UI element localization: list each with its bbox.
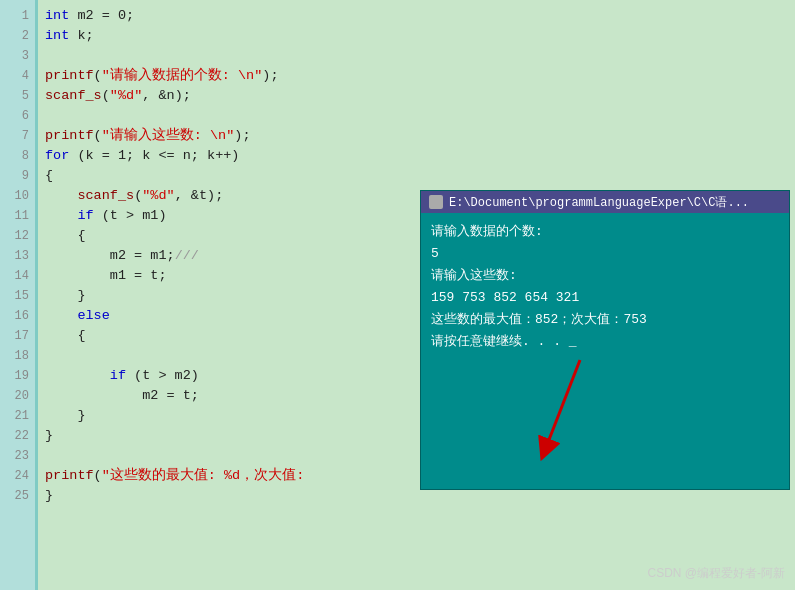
code-token: else [77, 306, 109, 326]
line-number: 21 [0, 406, 35, 426]
line-number: 7 [0, 126, 35, 146]
line-number: 14 [0, 266, 35, 286]
svg-line-1 [545, 360, 580, 450]
terminal-line: 5 [431, 243, 779, 265]
code-token: scanf_s [77, 186, 134, 206]
code-token: } [45, 426, 53, 446]
line-number: 22 [0, 426, 35, 446]
code-token: (k = 1; k <= n; k++) [69, 146, 239, 166]
line-number: 2 [0, 26, 35, 46]
line-number: 11 [0, 206, 35, 226]
code-line [45, 106, 785, 126]
code-token: int [45, 26, 69, 46]
code-line: for (k = 1; k <= n; k++) [45, 146, 785, 166]
code-token: m2 = m1; [45, 246, 175, 266]
terminal-line: 请输入数据的个数: [431, 221, 779, 243]
line-number: 13 [0, 246, 35, 266]
line-number: 1 [0, 6, 35, 26]
code-token: /// [175, 246, 199, 266]
line-number: 19 [0, 366, 35, 386]
code-token: ( [134, 186, 142, 206]
line-number: 6 [0, 106, 35, 126]
code-token: (t > m1) [94, 206, 167, 226]
code-token: "请输入数据的个数: \n" [102, 66, 263, 86]
code-token: ); [262, 66, 278, 86]
arrow-annotation [520, 350, 600, 480]
terminal-window: E:\Document\programmLanguageExper\C\C语..… [420, 190, 790, 490]
code-token: if [110, 366, 126, 386]
code-token: { [45, 166, 53, 186]
code-token: k; [69, 26, 93, 46]
code-token: if [77, 206, 93, 226]
code-token: scanf_s [45, 86, 102, 106]
watermark: CSDN @编程爱好者-阿新 [647, 565, 785, 582]
line-number: 8 [0, 146, 35, 166]
code-line [45, 46, 785, 66]
terminal-icon [429, 195, 443, 209]
line-number: 10 [0, 186, 35, 206]
line-number: 23 [0, 446, 35, 466]
code-token: ( [102, 86, 110, 106]
terminal-line: 这些数的最大值：852；次大值：753 [431, 309, 779, 331]
code-token [45, 206, 77, 226]
code-token [45, 186, 77, 206]
code-line: { [45, 166, 785, 186]
code-token: { [45, 226, 86, 246]
code-token [45, 306, 77, 326]
terminal-line: 请输入这些数: [431, 265, 779, 287]
code-token: ( [94, 66, 102, 86]
code-token: printf [45, 466, 94, 486]
line-number: 12 [0, 226, 35, 246]
code-token: "%d" [110, 86, 142, 106]
code-token: } [45, 486, 53, 506]
code-line: printf("请输入这些数: \n"); [45, 126, 785, 146]
line-number: 20 [0, 386, 35, 406]
code-token: } [45, 406, 86, 426]
code-line: int m2 = 0; [45, 6, 785, 26]
code-token: "请输入这些数: \n" [102, 126, 235, 146]
code-token: m2 = t; [45, 386, 199, 406]
line-number: 15 [0, 286, 35, 306]
code-token: , &t); [175, 186, 224, 206]
line-number: 3 [0, 46, 35, 66]
code-token: printf [45, 126, 94, 146]
code-token: ( [94, 126, 102, 146]
line-number: 5 [0, 86, 35, 106]
code-line: printf("请输入数据的个数: \n"); [45, 66, 785, 86]
line-number: 9 [0, 166, 35, 186]
code-token: printf [45, 66, 94, 86]
code-token: ( [94, 466, 102, 486]
code-token: { [45, 326, 86, 346]
code-token: ); [234, 126, 250, 146]
code-token [45, 366, 110, 386]
line-numbers: 1234567891011121314151617181920212223242… [0, 0, 35, 590]
code-token: "%d" [142, 186, 174, 206]
line-number: 16 [0, 306, 35, 326]
code-token: int [45, 6, 69, 26]
line-number: 17 [0, 326, 35, 346]
line-number: 4 [0, 66, 35, 86]
line-number: 18 [0, 346, 35, 366]
code-token: m1 = t; [45, 266, 167, 286]
terminal-line: 159 753 852 654 321 [431, 287, 779, 309]
terminal-title: E:\Document\programmLanguageExper\C\C语..… [449, 194, 749, 211]
code-line: scanf_s("%d", &n); [45, 86, 785, 106]
terminal-line: 请按任意键继续. . . _ [431, 331, 779, 353]
code-token: "这些数的最大值: %d，次大值: [102, 466, 305, 486]
code-token: (t > m2) [126, 366, 199, 386]
line-number: 24 [0, 466, 35, 486]
terminal-title-bar: E:\Document\programmLanguageExper\C\C语..… [421, 191, 789, 213]
code-token: } [45, 286, 86, 306]
line-number: 25 [0, 486, 35, 506]
terminal-content: 请输入数据的个数:5请输入这些数:159 753 852 654 321这些数的… [421, 213, 789, 489]
code-token: m2 = 0; [69, 6, 134, 26]
code-token: , &n); [142, 86, 191, 106]
code-token: for [45, 146, 69, 166]
code-line: int k; [45, 26, 785, 46]
